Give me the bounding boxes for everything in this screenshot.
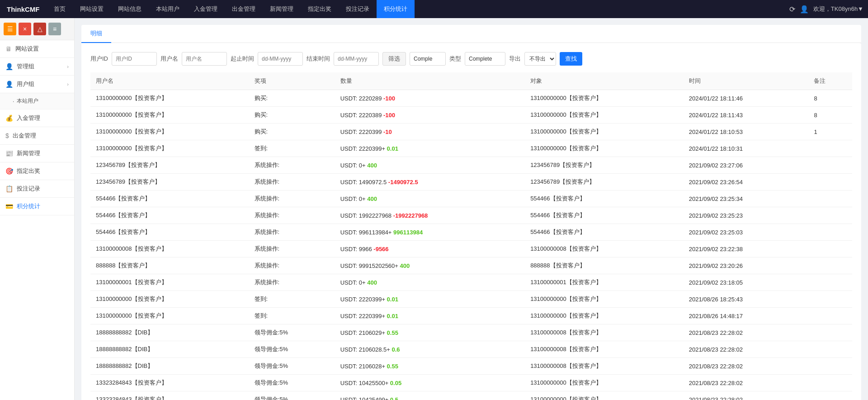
cell-target: 554466【投资客户】: [525, 207, 684, 224]
comple-input[interactable]: [410, 52, 446, 66]
cell-amount: USDT: 2106029+ 0.55: [335, 324, 525, 341]
cell-award: 领导佣金:5%: [249, 324, 335, 341]
export-label: 导出: [509, 55, 521, 63]
cell-username: 13100000000【投资客户】: [90, 107, 249, 124]
sidebar-item-points-stats[interactable]: 💳 积分统计: [0, 198, 74, 215]
sidebar-sub-item-site-users[interactable]: 本站用户: [0, 93, 74, 110]
nav-bet-records[interactable]: 投注记录: [339, 0, 377, 18]
user-avatar-icon[interactable]: 👤: [800, 5, 809, 14]
nav-site-users[interactable]: 本站用户: [149, 0, 187, 18]
cell-award: 领导佣金:5%: [249, 391, 335, 400]
cell-award: 领导佣金:5%: [249, 341, 335, 358]
nav-deposit-mgmt[interactable]: 入金管理: [187, 0, 225, 18]
sidebar-item-news-mgmt[interactable]: 📰 新闻管理: [0, 145, 74, 162]
table-row: 123456789【投资客户】 系统操作: USDT: 0+ 400 12345…: [90, 157, 852, 174]
cell-award: 系统操作:: [249, 190, 335, 207]
table-row: 13100000001【投资客户】 系统操作: USDT: 0+ 400 131…: [90, 274, 852, 291]
chevron-right-icon: ›: [67, 64, 69, 69]
cell-target: 13100000001【投资客户】: [525, 274, 684, 291]
username-input[interactable]: [182, 52, 227, 66]
cell-note: [808, 257, 852, 274]
cell-award: 签到:: [249, 291, 335, 308]
cell-target: 13100000000【投资客户】: [525, 124, 684, 140]
user-group-icon: 👤: [5, 81, 13, 88]
cell-username: 13323284843【投资客户】: [90, 375, 249, 391]
cell-amount: USDT: 2106028+ 0.55: [335, 358, 525, 375]
chevron-right-icon: ›: [67, 81, 69, 87]
cell-target: 13100000000【投资客户】: [525, 140, 684, 157]
news-icon: 📰: [5, 150, 13, 157]
start-time-input[interactable]: [258, 52, 303, 66]
sidebar-item-label: 入金管理: [17, 114, 40, 122]
sidebar-item-label: 管理组: [17, 62, 34, 71]
cell-target: 13100000008【投资客户】: [525, 341, 684, 358]
cell-time: 2021/09/02 23:25:34: [684, 190, 809, 207]
cell-username: 13100000000【投资客户】: [90, 308, 249, 324]
cell-note: [808, 308, 852, 324]
sidebar-item-admin-group[interactable]: 👤 管理组 ›: [0, 58, 74, 76]
nav-website-settings[interactable]: 网站设置: [73, 0, 111, 18]
nav-website-info[interactable]: 网站信息: [111, 0, 149, 18]
cell-time: 2021/09/02 23:26:54: [684, 174, 809, 190]
table-row: 13100000000【投资客户】 购买: USDT: 2220389 -100…: [90, 107, 852, 124]
cell-time: 2021/08/23 22:28:02: [684, 341, 809, 358]
cell-time: 2024/01/22 18:11:43: [684, 107, 809, 124]
table-row: 13100000000【投资客户】 签到: USDT: 2220399+ 0.0…: [90, 308, 852, 324]
nav-news-mgmt[interactable]: 新闻管理: [263, 0, 301, 18]
complete-input[interactable]: [465, 52, 505, 66]
cell-amount: USDT: 99915202560+ 400: [335, 257, 525, 274]
refresh-icon[interactable]: ⟳: [789, 5, 795, 14]
table-row: 18888888882【DIB】 领导佣金:5% USDT: 2106028.5…: [90, 341, 852, 358]
nav-points-stats[interactable]: 积分统计: [377, 0, 415, 18]
data-table: 用户名 奖项 数量 对象 时间 备注 13100000000【投资客户】 购买:…: [90, 72, 852, 400]
cell-amount: USDT: 0+ 400: [335, 157, 525, 174]
tab-detail[interactable]: 明细: [81, 25, 111, 43]
clipboard-icon: 📋: [5, 185, 13, 192]
col-target: 对象: [525, 72, 684, 90]
nav-designated-win[interactable]: 指定出奖: [301, 0, 339, 18]
cell-amount: USDT: 2220399+ 0.01: [335, 308, 525, 324]
filter-button[interactable]: 筛选: [382, 52, 406, 66]
cell-note: [808, 174, 852, 190]
export-select[interactable]: 不导出 CSV Excel: [524, 52, 556, 66]
sidebar-item-label: 积分统计: [17, 202, 40, 210]
cell-amount: USDT: 2220399+ 0.01: [335, 291, 525, 308]
sidebar-item-user-group[interactable]: 👤 用户组 ›: [0, 76, 74, 93]
toolbar-btn-gray[interactable]: ≡: [48, 23, 61, 35]
cell-time: 2024/01/22 18:11:46: [684, 90, 809, 107]
cell-username: 123456789【投资客户】: [90, 174, 249, 190]
toolbar-btn-orange[interactable]: ☰: [4, 23, 16, 35]
sidebar-item-designated-win[interactable]: 🎯 指定出奖: [0, 162, 74, 180]
table-row: 13100000000【投资客户】 购买: USDT: 2220289 -100…: [90, 90, 852, 107]
sidebar-item-withdraw-mgmt[interactable]: $ 出金管理: [0, 127, 74, 145]
nav-home[interactable]: 首页: [47, 0, 73, 18]
end-time-input[interactable]: [334, 52, 379, 66]
toolbar-btn-red2[interactable]: △: [33, 23, 46, 35]
sidebar-item-deposit-mgmt[interactable]: 💰 入金管理: [0, 110, 74, 127]
deposit-icon: 💰: [5, 114, 13, 122]
cell-time: 2021/08/23 22:28:02: [684, 358, 809, 375]
start-time-label: 起止时间: [231, 55, 254, 63]
cell-target: 13100000008【投资客户】: [525, 324, 684, 341]
search-button[interactable]: 查找: [560, 52, 582, 66]
sidebar-item-website-settings[interactable]: 🖥 网站设置: [0, 40, 74, 58]
cell-note: 1: [808, 124, 852, 140]
cell-username: 13323284843【投资客户】: [90, 391, 249, 400]
cell-username: 13100000001【投资客户】: [90, 274, 249, 291]
content-panel: 用户ID 用户名 起止时间 结束时间 筛选 类型 导出 不导出 CSV Exce…: [81, 43, 861, 400]
cell-target: 13100000000【投资客户】: [525, 90, 684, 107]
cell-target: 123456789【投资客户】: [525, 157, 684, 174]
cell-amount: USDT: 10425499+ 0.5: [335, 391, 525, 400]
user-info[interactable]: 欢迎，TK08yn6h▼: [813, 5, 863, 13]
toolbar-btn-red[interactable]: ×: [19, 23, 31, 35]
cell-target: 13100000000【投资客户】: [525, 107, 684, 124]
cell-note: [808, 391, 852, 400]
cell-username: 554466【投资客户】: [90, 224, 249, 241]
user-id-input[interactable]: [112, 52, 157, 66]
cell-amount: USDT: 10425500+ 0.05: [335, 375, 525, 391]
sidebar-item-bet-records[interactable]: 📋 投注记录: [0, 180, 74, 198]
cell-time: 2021/08/26 14:48:17: [684, 308, 809, 324]
cell-time: 2021/09/02 23:20:26: [684, 257, 809, 274]
nav-withdraw-mgmt[interactable]: 出金管理: [225, 0, 263, 18]
cell-note: [808, 241, 852, 257]
